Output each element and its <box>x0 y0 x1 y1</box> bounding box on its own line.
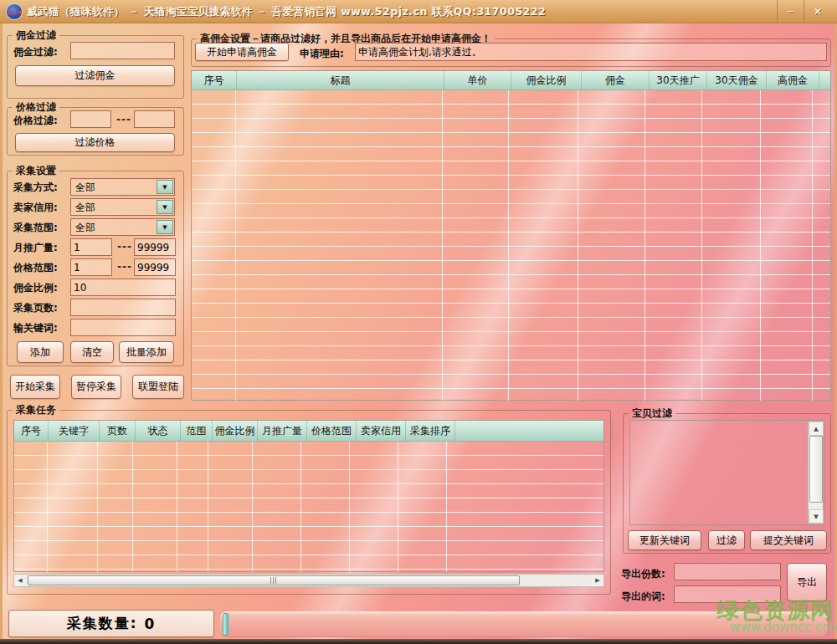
chevron-down-icon[interactable]: ▼ <box>157 180 173 194</box>
column-header-filler[interactable] <box>819 71 837 89</box>
scroll-down-icon[interactable]: ▼ <box>809 509 824 524</box>
products-table-header: 序号标题单价佣金比例佣金30天推广30天佣金高佣金 <box>192 71 830 90</box>
tasks-table-body[interactable] <box>14 442 603 572</box>
chevron-down-icon[interactable]: ▼ <box>157 200 173 214</box>
column-header[interactable]: 30天佣金 <box>707 71 767 89</box>
column-header[interactable]: 30天推广 <box>650 71 707 89</box>
watermark-url: www.downcc.com <box>730 620 837 635</box>
column-header[interactable]: 月推广量 <box>258 421 307 441</box>
window-left-edge <box>0 23 3 639</box>
batch-add-button[interactable]: 批量添加 <box>119 341 174 363</box>
price-filter-from-input[interactable] <box>70 110 111 128</box>
price-filter-dash: --- <box>116 114 131 125</box>
collect-pages-input[interactable] <box>70 299 176 316</box>
window-title: 威武猫（猫咪软件） － 天猫淘宝宝贝搜索软件 － 吾爱营销官网 www.52pj… <box>27 0 546 23</box>
commission-filter-input[interactable] <box>70 42 175 59</box>
apply-high-commission-button[interactable]: 开始申请高佣金 <box>195 43 289 61</box>
progress-segment <box>223 613 229 636</box>
filter-price-button[interactable]: 过滤价格 <box>15 133 175 152</box>
collect-range-label: 采集范围: <box>13 221 58 235</box>
window-bottom-edge <box>0 639 837 644</box>
column-header-filler[interactable] <box>455 421 613 441</box>
seller-credit-value: 全部 <box>71 199 156 215</box>
column-header[interactable]: 高佣金 <box>767 71 819 89</box>
grid-line <box>644 90 645 401</box>
scroll-right-icon[interactable]: ▶ <box>592 575 603 586</box>
apply-reason-label: 申请理由: <box>300 47 344 61</box>
app-window: MPM 威武猫（猫咪软件） － 天猫淘宝宝贝搜索软件 － 吾爱营销官网 www.… <box>0 0 837 644</box>
export-words-label: 导出的词: <box>621 590 665 604</box>
products-table: 序号标题单价佣金比例佣金30天推广30天佣金高佣金 <box>191 70 831 401</box>
monthly-promo-dash: --- <box>117 241 132 253</box>
start-collect-button[interactable]: 开始采集 <box>10 375 60 399</box>
column-header[interactable]: 关键字 <box>49 421 100 441</box>
products-table-body[interactable] <box>192 90 830 401</box>
monthly-promo-from-input[interactable] <box>70 238 112 256</box>
grid-line <box>578 90 578 401</box>
commission-ratio-label: 佣金比例: <box>13 281 58 295</box>
grid-line <box>442 90 443 401</box>
baby-filter-vertical-scrollbar[interactable]: ▲ ▼ <box>808 422 823 524</box>
clear-button[interactable]: 清空 <box>70 341 114 363</box>
column-header[interactable]: 佣金比例 <box>511 71 582 89</box>
collect-count-value: 0 <box>144 616 156 632</box>
commission-filter-title: 佣金过滤 <box>13 28 59 43</box>
commission-ratio-input[interactable] <box>70 279 176 296</box>
collect-count-label: 采集数量: <box>67 614 138 633</box>
column-header[interactable]: 序号 <box>192 71 237 89</box>
monthly-promo-to-input[interactable] <box>134 238 176 256</box>
baby-filter-title: 宝贝过滤 <box>629 406 675 421</box>
column-header[interactable]: 状态 <box>136 421 181 441</box>
pause-collect-button[interactable]: 暂停采集 <box>71 375 121 399</box>
column-header[interactable]: 范围 <box>181 421 213 441</box>
column-header[interactable]: 序号 <box>14 421 49 441</box>
baby-filter-listbox[interactable]: ▲ ▼ <box>629 420 824 525</box>
collect-pages-label: 采集页数: <box>13 301 58 315</box>
minimize-button[interactable]: ─ <box>777 0 804 23</box>
chevron-down-icon[interactable]: ▼ <box>157 220 173 234</box>
collect-mode-label: 采集方式: <box>13 181 58 195</box>
price-range-dash: --- <box>117 261 132 273</box>
price-range-from-input[interactable] <box>70 258 112 276</box>
input-keyword-label: 输关键词: <box>13 321 58 335</box>
grid-line <box>760 90 761 401</box>
scroll-left-icon[interactable]: ◀ <box>14 575 26 586</box>
column-header[interactable]: 佣金比例 <box>213 421 258 441</box>
scrollbar-grip-icon <box>270 577 277 584</box>
scrollbar-thumb[interactable] <box>28 575 520 585</box>
collect-settings-title: 采集设置 <box>13 164 59 178</box>
column-header[interactable]: 标题 <box>237 71 444 89</box>
price-filter-title: 价格过滤 <box>13 100 59 115</box>
apply-reason-input[interactable] <box>355 43 827 61</box>
collect-range-select[interactable]: 全部 ▼ <box>70 218 175 236</box>
seller-credit-select[interactable]: 全部 ▼ <box>70 198 175 216</box>
column-header[interactable]: 页数 <box>100 421 136 441</box>
seller-credit-label: 卖家信用: <box>13 201 58 215</box>
tasks-horizontal-scrollbar[interactable]: ◀ ▶ <box>13 574 604 587</box>
export-copies-input[interactable] <box>674 563 781 580</box>
update-keywords-button[interactable]: 更新关键词 <box>628 530 701 550</box>
column-header[interactable]: 卖家信用 <box>357 421 406 441</box>
column-header[interactable]: 单价 <box>444 71 511 89</box>
collect-mode-select[interactable]: 全部 ▼ <box>70 178 175 196</box>
price-filter-to-input[interactable] <box>134 110 175 128</box>
column-header[interactable]: 价格范围 <box>307 421 357 441</box>
price-range-to-input[interactable] <box>134 258 176 276</box>
commission-filter-group: 佣金过滤 <box>7 28 184 99</box>
filter-commission-button[interactable]: 过滤佣金 <box>15 65 175 86</box>
column-header[interactable]: 佣金 <box>582 71 650 89</box>
grid-line <box>701 90 702 401</box>
alliance-login-button[interactable]: 联盟登陆 <box>132 375 184 399</box>
column-header[interactable]: 采集排序 <box>406 421 455 441</box>
grid-line <box>446 442 447 572</box>
close-button[interactable]: ✕ <box>804 0 831 23</box>
filter-button[interactable]: 过滤 <box>708 530 745 550</box>
scrollbar-thumb[interactable] <box>809 436 823 503</box>
app-logo-icon: MPM <box>6 3 23 20</box>
scrollbar-track[interactable] <box>26 575 592 586</box>
input-keyword-input[interactable] <box>70 319 176 336</box>
add-button[interactable]: 添加 <box>17 341 64 363</box>
submit-keywords-button[interactable]: 提交关键词 <box>750 530 827 550</box>
collect-mode-value: 全部 <box>71 179 156 195</box>
scroll-up-icon[interactable]: ▲ <box>809 422 824 436</box>
